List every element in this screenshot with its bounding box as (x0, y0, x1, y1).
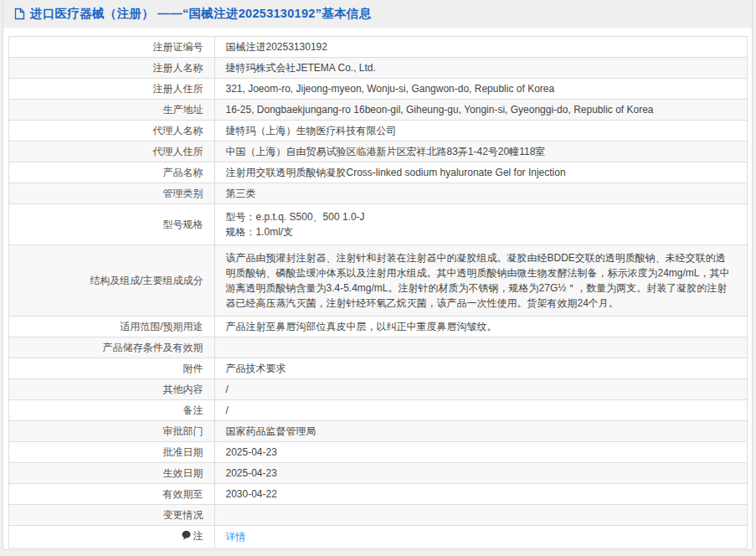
row-label: 管理类别 (8, 183, 214, 204)
row-label: 型号规格 (8, 204, 214, 245)
row-label: 产品储存条件及有效期 (8, 337, 214, 358)
row-label: 适用范围/预期用途 (8, 317, 214, 337)
row-value: 2030-04-22 (214, 484, 747, 505)
content-card: 进口医疗器械（注册） ——“国械注进20253130192”基本信息 注册证编号… (3, 0, 753, 550)
table-row: 适用范围/预期用途 产品注射至鼻唇沟部位真皮中层，以纠正中重度鼻唇沟皱纹。 (8, 317, 747, 337)
row-label: 注 (8, 526, 214, 548)
row-value: 国械注进20253130192 (214, 37, 747, 58)
table-row: 批准日期 2025-04-23 (8, 442, 747, 463)
row-value (214, 337, 747, 358)
spec-line: 规格：1.0ml/支 (226, 224, 736, 239)
table-row: 管理类别 第三类 (8, 183, 747, 204)
page-header: 进口医疗器械（注册） ——“国械注进20253130192”基本信息 (3, 0, 752, 28)
document-icon (14, 8, 25, 20)
table-row: 注册证编号 国械注进20253130192 (8, 37, 747, 58)
table-row: 注册人住所 321, Joeom-ro, Jijeong-myeon, Wonj… (8, 79, 747, 100)
table-row: 有效期至 2030-04-22 (8, 484, 747, 505)
row-value: 2025-04-23 (214, 463, 747, 484)
table-row: 注册人名称 捷特玛株式会社JETEMA Co., Ltd. (8, 58, 747, 79)
row-value: 注射用交联透明质酸钠凝胶Cross-linked sodium hyaluron… (214, 162, 747, 183)
row-label: 注册人住所 (8, 79, 214, 100)
model-line: 型号：e.p.t.q. S500、500 1.0-J (226, 209, 736, 224)
row-value: / (214, 400, 747, 421)
row-label: 其他内容 (8, 379, 214, 400)
table-row: 备注 / (8, 400, 747, 421)
table-row: 审批部门 国家药品监督管理局 (8, 421, 747, 442)
row-value: 16-25, Dongbaekjungang-ro 16beon-gil, Gi… (214, 100, 747, 121)
row-value: 捷特玛（上海）生物医疗科技有限公司 (214, 121, 747, 142)
row-value: / (214, 379, 747, 400)
row-value: 该产品由预灌封注射器、注射针和封装在注射器中的凝胶组成。凝胶由经BDDE交联的透… (214, 245, 747, 317)
table-row: 生产地址 16-25, Dongbaekjungang-ro 16beon-gi… (8, 100, 747, 121)
row-value: 中国（上海）自由贸易试验区临港新片区宏祥北路83弄1-42号20幢118室 (214, 142, 747, 162)
row-label: 注册人名称 (8, 58, 214, 79)
row-label: 备注 (8, 400, 214, 421)
details-link[interactable]: 详情 (226, 531, 246, 543)
row-value: 第三类 (214, 183, 747, 204)
note-balloon-icon (182, 530, 191, 544)
row-label: 附件 (8, 358, 214, 379)
row-label: 生效日期 (8, 463, 214, 484)
row-label: 产品名称 (8, 162, 214, 183)
row-value: 国家药品监督管理局 (214, 421, 747, 442)
row-label: 变更情况 (8, 505, 214, 526)
row-label: 结构及组成/主要组成成分 (8, 245, 214, 317)
table-row: 产品名称 注射用交联透明质酸钠凝胶Cross-linked sodium hya… (8, 162, 747, 183)
table-row: 附件 产品技术要求 (8, 358, 747, 379)
table-row: 代理人住所 中国（上海）自由贸易试验区临港新片区宏祥北路83弄1-42号20幢1… (8, 142, 747, 162)
table-row: 注 详情 (8, 526, 747, 548)
row-value: 型号：e.p.t.q. S500、500 1.0-J 规格：1.0ml/支 (214, 204, 747, 245)
table-row: 型号规格 型号：e.p.t.q. S500、500 1.0-J 规格：1.0ml… (8, 204, 747, 245)
row-value (214, 505, 747, 526)
note-label: 注 (193, 530, 203, 542)
row-value: 捷特玛株式会社JETEMA Co., Ltd. (214, 58, 747, 79)
row-value: 2025-04-23 (214, 442, 747, 463)
row-label: 审批部门 (8, 421, 214, 442)
table-row: 生效日期 2025-04-23 (8, 463, 747, 484)
table-row: 结构及组成/主要组成成分 该产品由预灌封注射器、注射针和封装在注射器中的凝胶组成… (8, 245, 747, 317)
row-value: 321, Joeom-ro, Jijeong-myeon, Wonju-si, … (214, 79, 747, 100)
row-label: 生产地址 (8, 100, 214, 121)
table-row: 变更情况 (8, 505, 747, 526)
page-title: 进口医疗器械（注册） ——“国械注进20253130192”基本信息 (30, 6, 371, 22)
table-row: 产品储存条件及有效期 (8, 337, 747, 358)
row-label: 代理人住所 (8, 142, 214, 162)
row-value: 产品注射至鼻唇沟部位真皮中层，以纠正中重度鼻唇沟皱纹。 (214, 317, 747, 337)
row-label: 代理人名称 (8, 121, 214, 142)
registration-info-table: 注册证编号 国械注进20253130192 注册人名称 捷特玛株式会社JETEM… (8, 36, 748, 548)
table-row: 其他内容 / (8, 379, 747, 400)
row-label: 有效期至 (8, 484, 214, 505)
row-label: 批准日期 (8, 442, 214, 463)
table-row: 代理人名称 捷特玛（上海）生物医疗科技有限公司 (8, 121, 747, 142)
row-value: 详情 (214, 526, 747, 548)
row-value: 产品技术要求 (214, 358, 747, 379)
row-label: 注册证编号 (8, 37, 214, 58)
